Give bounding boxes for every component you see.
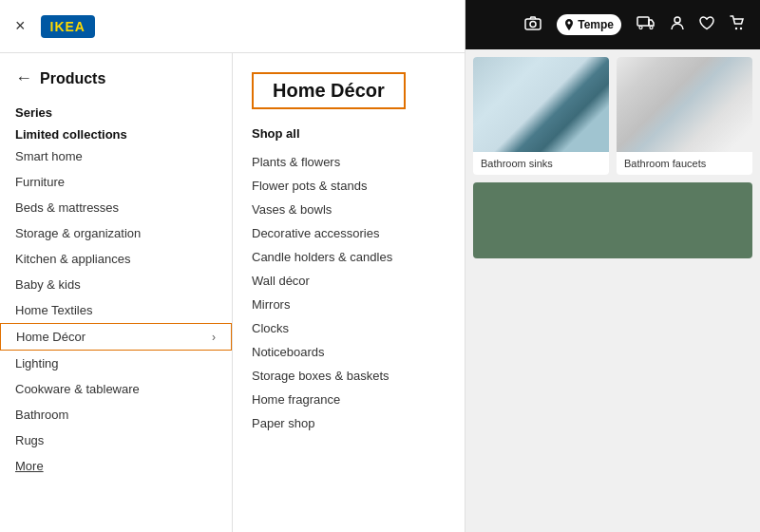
nav-item-beds[interactable]: Beds & mattresses <box>0 195 232 220</box>
submenu-item-noticeboards[interactable]: Noticeboards <box>252 340 446 364</box>
bathroom-faucets-label: Bathroom faucets <box>617 152 752 175</box>
nav-item-cookware[interactable]: Cookware & tableware <box>0 376 232 402</box>
nav-item-furniture[interactable]: Furniture <box>0 169 232 195</box>
right-panel: Tempe <box>466 0 760 532</box>
bathroom-sink-image <box>473 57 609 152</box>
nav-item-lighting[interactable]: Lighting <box>0 351 232 376</box>
camera-icon[interactable] <box>524 15 542 34</box>
submenu-item-candles[interactable]: Candle holders & candles <box>252 245 446 269</box>
svg-rect-0 <box>525 19 541 29</box>
location-text: Tempe <box>578 18 614 31</box>
nav-item-more[interactable]: More <box>0 453 232 479</box>
cart-icon[interactable] <box>730 15 745 34</box>
nav-item-home-textiles[interactable]: Home Textiles <box>0 297 232 323</box>
location-badge[interactable]: Tempe <box>557 14 621 35</box>
submenu-heading: Home Décor <box>273 80 385 101</box>
submenu-item-home-fragrance[interactable]: Home fragrance <box>252 388 446 411</box>
product-card-bathroom-faucets[interactable]: Bathroom faucets <box>617 57 752 175</box>
left-nav: ← Products Series Limited collections Sm… <box>0 53 233 532</box>
heart-icon[interactable] <box>699 16 714 34</box>
products-title: Products <box>40 70 105 87</box>
submenu-item-storage-boxes[interactable]: Storage boxes & baskets <box>252 364 446 388</box>
svg-rect-2 <box>637 17 649 26</box>
nav-item-baby[interactable]: Baby & kids <box>0 272 232 297</box>
submenu-item-flower-pots[interactable]: Flower pots & stands <box>252 174 446 198</box>
submenu-item-decorative[interactable]: Decorative accessories <box>252 221 446 245</box>
shop-all-label[interactable]: Shop all <box>252 126 446 141</box>
chevron-right-icon: › <box>212 331 216 344</box>
nav-item-storage[interactable]: Storage & organization <box>0 220 232 246</box>
back-button[interactable]: ← <box>15 68 32 88</box>
left-panel: × IKEA ← Products Series Limited collect… <box>0 0 466 532</box>
nav-item-smart-home[interactable]: Smart home <box>0 143 232 169</box>
submenu-item-clocks[interactable]: Clocks <box>252 316 446 340</box>
submenu-heading-wrapper: Home Décor <box>252 72 406 109</box>
close-button[interactable]: × <box>15 16 26 36</box>
product-grid: Bathroom sinks Bathroom faucets <box>473 57 752 175</box>
bathroom-faucet-image <box>617 57 752 152</box>
submenu-item-paper-shop[interactable]: Paper shop <box>252 411 446 435</box>
svg-point-7 <box>740 28 742 29</box>
product-card-bathroom-sinks[interactable]: Bathroom sinks <box>473 57 609 175</box>
svg-point-1 <box>530 22 536 28</box>
nav-item-kitchen[interactable]: Kitchen & appliances <box>0 246 232 272</box>
product-content: Bathroom sinks Bathroom faucets <box>466 49 760 532</box>
partial-product-card <box>473 182 752 258</box>
nav-item-rugs[interactable]: Rugs <box>0 428 232 453</box>
person-icon[interactable] <box>671 15 684 34</box>
nav-label-limited: Limited collections <box>0 122 232 143</box>
nav-label-series: Series <box>0 100 232 122</box>
right-submenu: Home Décor Shop all Plants & flowers Flo… <box>233 53 465 532</box>
bathroom-sinks-label: Bathroom sinks <box>473 152 609 175</box>
nav-item-bathroom[interactable]: Bathroom <box>0 402 232 428</box>
svg-point-6 <box>735 28 737 29</box>
main-content: ← Products Series Limited collections Sm… <box>0 53 465 532</box>
right-top-bar: Tempe <box>466 0 760 49</box>
submenu-item-plants[interactable]: Plants & flowers <box>252 150 446 174</box>
nav-item-home-decor[interactable]: Home Décor › <box>0 323 232 351</box>
top-bar: × IKEA <box>0 0 465 53</box>
ikea-logo: IKEA <box>41 15 95 38</box>
submenu-item-mirrors[interactable]: Mirrors <box>252 293 446 316</box>
nav-header: ← Products <box>0 68 232 100</box>
svg-point-5 <box>674 17 680 23</box>
submenu-item-wall-decor[interactable]: Wall décor <box>252 269 446 293</box>
svg-point-3 <box>639 27 642 29</box>
svg-point-4 <box>650 27 653 29</box>
submenu-item-vases[interactable]: Vases & bowls <box>252 198 446 221</box>
truck-icon[interactable] <box>636 16 656 33</box>
